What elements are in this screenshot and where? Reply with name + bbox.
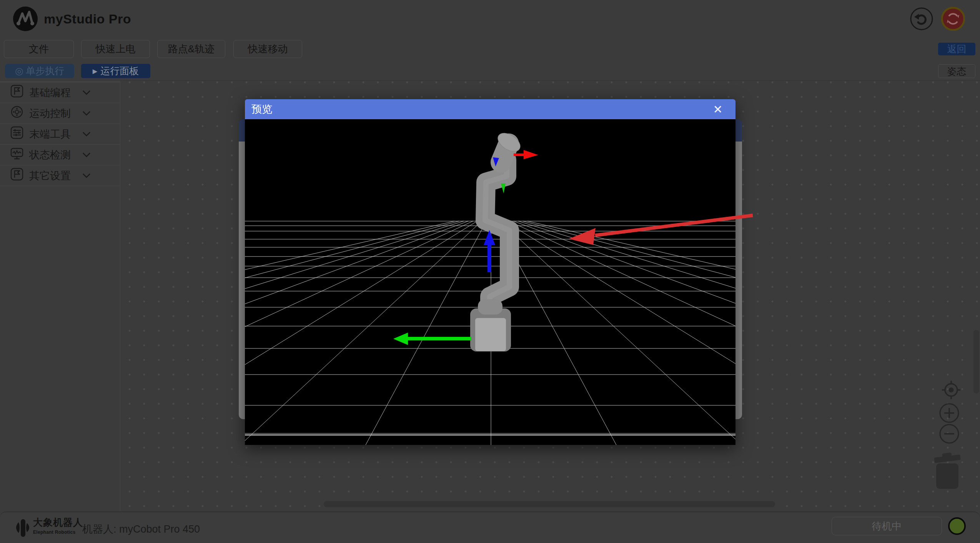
preview-modal-header[interactable]: 预览 ✕ bbox=[245, 99, 735, 119]
tab-waypoints-trajectory[interactable]: 路点&轨迹 bbox=[157, 40, 225, 58]
trash-icon[interactable] bbox=[932, 451, 963, 491]
sidebar-item-status-detect[interactable]: 状态检测 bbox=[0, 145, 120, 165]
sidebar-item-other-settings[interactable]: 其它设置 bbox=[0, 165, 120, 186]
robot-status-badge: 待机中 bbox=[832, 517, 942, 535]
sidebar-item-label: 状态检测 bbox=[29, 148, 71, 162]
tab-quick-power[interactable]: 快速上电 bbox=[81, 40, 150, 58]
connected-robot-label: 机器人: myCobot Pro 450 bbox=[82, 522, 200, 536]
sidebar-item-label: 末端工具 bbox=[29, 127, 71, 141]
step-play-icon: ◎ bbox=[15, 65, 23, 77]
sidebar: 基础编程 运动控制 末端工具 bbox=[0, 82, 120, 511]
sliders-icon bbox=[10, 126, 24, 142]
brand-block: 大象机器人 Elephant Robotics bbox=[33, 516, 83, 535]
chevron-down-icon bbox=[82, 90, 91, 95]
background-dialog-right-edge bbox=[734, 119, 742, 419]
chevron-down-icon bbox=[82, 132, 91, 137]
connection-status-indicator[interactable] bbox=[948, 517, 966, 535]
axis-arrow-green-x bbox=[393, 333, 471, 345]
brand-name: 大象机器人 bbox=[33, 516, 83, 529]
back-button[interactable]: 返回 bbox=[938, 43, 975, 55]
sidebar-item-label: 基础编程 bbox=[29, 86, 71, 100]
locate-center-button[interactable] bbox=[941, 380, 961, 401]
sidebar-item-end-tool[interactable]: 末端工具 bbox=[0, 124, 120, 145]
status-bar: 大象机器人 Elephant Robotics 机器人: myCobot Pro… bbox=[0, 511, 980, 543]
emergency-stop-button[interactable] bbox=[941, 7, 965, 31]
undo-button[interactable] bbox=[910, 7, 933, 31]
tab-quick-move[interactable]: 快速移动 bbox=[233, 40, 302, 58]
sidebar-item-label: 其它设置 bbox=[29, 169, 71, 183]
preview-modal-title: 预览 bbox=[251, 102, 272, 116]
axis-arrow-red-x-end-effector bbox=[514, 150, 538, 159]
chevron-down-icon bbox=[82, 173, 91, 178]
flag-icon bbox=[10, 167, 24, 184]
app-window: myStudio Pro 文件 快速上电 路点&轨迹 快速移动 返回 ◎ 单步执… bbox=[0, 0, 980, 543]
sidebar-item-motion-control[interactable]: 运动控制 bbox=[0, 103, 120, 124]
single-step-label: 单步执行 bbox=[26, 65, 64, 77]
run-panel-button[interactable]: ▸ 运行面板 bbox=[81, 64, 150, 78]
tab-file[interactable]: 文件 bbox=[4, 40, 74, 58]
axis-tick-green-small bbox=[501, 183, 506, 193]
zoom-out-button[interactable] bbox=[939, 423, 960, 446]
zoom-in-button[interactable] bbox=[939, 403, 960, 425]
brand-subtitle: Elephant Robotics bbox=[33, 530, 83, 535]
sidebar-item-label: 运动控制 bbox=[29, 107, 71, 120]
horizontal-scrollbar[interactable] bbox=[324, 501, 775, 507]
posture-button[interactable]: 姿态 bbox=[938, 64, 975, 78]
elephant-robotics-logo-icon bbox=[15, 517, 31, 540]
chevron-down-icon bbox=[82, 111, 91, 116]
background-dialog-header bbox=[734, 119, 742, 142]
single-step-button[interactable]: ◎ 单步执行 bbox=[5, 64, 74, 78]
flag-icon bbox=[10, 84, 24, 101]
robot-base-collar bbox=[478, 299, 502, 315]
mystudio-logo-icon bbox=[13, 7, 38, 31]
monitor-waveform-icon bbox=[10, 147, 24, 163]
close-icon[interactable]: ✕ bbox=[709, 99, 726, 119]
chevron-down-icon bbox=[82, 152, 91, 158]
robot-3d-viewport[interactable] bbox=[245, 119, 735, 445]
run-panel-label: 运行面板 bbox=[100, 65, 139, 77]
robot-base-face bbox=[475, 318, 506, 351]
app-title: myStudio Pro bbox=[44, 12, 131, 27]
motion-dpad-icon bbox=[10, 105, 24, 122]
run-arrow-icon: ▸ bbox=[93, 65, 98, 77]
vertical-scrollbar[interactable] bbox=[973, 330, 979, 393]
background-dialog-scrollbar bbox=[734, 142, 742, 419]
preview-modal: 预览 ✕ bbox=[245, 99, 735, 445]
sidebar-item-basic-programming[interactable]: 基础编程 bbox=[0, 82, 120, 103]
top-bar: myStudio Pro bbox=[0, 0, 980, 38]
